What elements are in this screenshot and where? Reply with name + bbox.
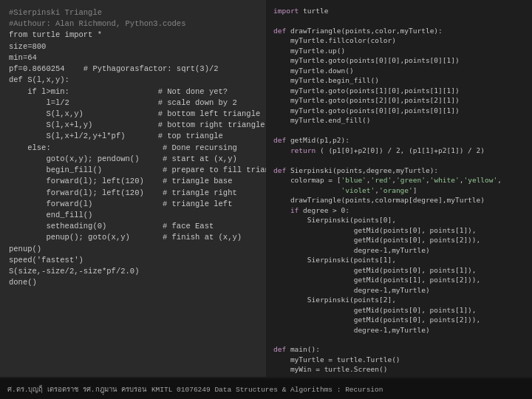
- right-code-pre: import turtle def drawTriangle(points,co…: [273, 6, 525, 377]
- left-code: #Sierpinski Triangle#Authour: Alan Richm…: [9, 7, 257, 288]
- footer-text: ศ.ดร.บุญฤ็ เดรอดราช รศ.กฎุมาน ครบรอน KMI…: [7, 383, 383, 395]
- code-line: begin_fill() # prepare to fill triangle: [9, 165, 257, 176]
- code-line: speed('fastest'): [9, 255, 257, 266]
- code-line: def S(l,x,y):: [9, 75, 257, 86]
- code-line: if l>min: # Not done yet?: [9, 86, 257, 98]
- code-line: S(l,x+l/2,y+l*pf) # top triangle: [9, 131, 257, 142]
- main-content: #Sierpinski Triangle#Authour: Alan Richm…: [0, 0, 532, 377]
- code-line: #Sierpinski Triangle: [9, 7, 257, 18]
- code-line: forward(l); left(120) # triangle right: [9, 188, 257, 199]
- code-line: forward(l); left(120) # triangle base: [9, 176, 257, 187]
- code-line: end_fill(): [9, 210, 257, 221]
- code-line: pf=0.8660254 # Pythagorasfactor: sqrt(3)…: [9, 64, 257, 75]
- code-line: #Authour: Alan Richmond, Python3.codes: [9, 18, 257, 30]
- code-line: S(l,x,y) # bottom left triangle: [9, 109, 257, 120]
- code-line: S(size,-size/2,-size*pf/2.0): [9, 266, 257, 277]
- code-line: S(l,x+l,y) # bottom right triangle: [9, 120, 257, 131]
- code-line: setheading(0) # face East: [9, 221, 257, 232]
- code-line: penup(); goto(x,y) # finish at (x,y): [9, 232, 257, 243]
- code-line: l=l/2 # scale down by 2: [9, 98, 257, 109]
- code-line: min=64: [9, 52, 257, 64]
- right-panel: import turtle def drawTriangle(points,co…: [266, 0, 532, 377]
- code-line: done(): [9, 277, 257, 288]
- left-panel: #Sierpinski Triangle#Authour: Alan Richm…: [0, 0, 266, 377]
- footer-bar: ศ.ดร.บุญฤ็ เดรอดราช รศ.กฎุมาน ครบรอน KMI…: [0, 378, 532, 399]
- right-code: import turtle def drawTriangle(points,co…: [273, 6, 525, 377]
- code-line: from turtle import *: [9, 30, 257, 41]
- code-line: size=800: [9, 41, 257, 52]
- code-line: else: # Done recursing: [9, 143, 257, 154]
- code-line: penup(): [9, 244, 257, 255]
- code-line: forward(l) # triangle left: [9, 199, 257, 210]
- code-line: goto(x,y); pendown() # start at (x,y): [9, 154, 257, 165]
